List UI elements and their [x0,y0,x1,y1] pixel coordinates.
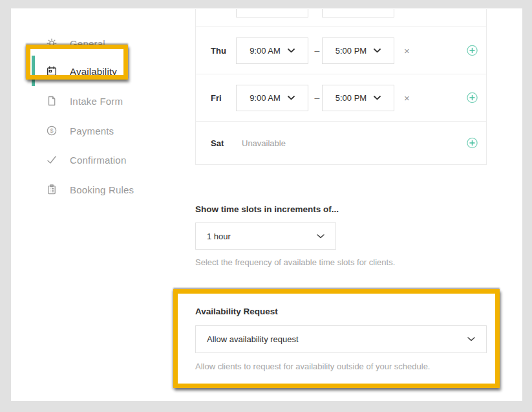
settings-page: General Availability [11,8,522,401]
start-time-select[interactable]: 9:00 AM [236,38,308,64]
sidebar-item-label: General [70,38,105,49]
active-item-accent-bar [32,56,35,86]
clipboard-icon [47,184,57,195]
dollar-icon: $ [47,125,57,136]
document-icon [47,96,57,106]
chevron-down-icon [317,234,325,239]
sidebar-item-label: Booking Rules [70,184,134,195]
schedule-row-sat: Sat Unavailable [196,122,486,165]
chevron-down-icon [467,337,475,342]
start-time-select[interactable] [236,9,308,17]
add-timeslot-button[interactable] [467,92,478,103]
start-time-select[interactable]: 9:00 AM [236,85,308,111]
end-time-select[interactable] [322,9,394,17]
increments-value: 1 hour [207,232,231,241]
schedule-row-fri: Fri 9:00 AM – 5:00 PM × [196,74,486,122]
sidebar-item-label: Intake Form [70,96,123,107]
schedule-row-partial [196,9,486,27]
end-time-select[interactable]: 5:00 PM [322,38,394,64]
sidebar-item-payments[interactable]: $ Payments [47,124,114,138]
end-time-value: 5:00 PM [335,46,367,56]
gear-icon [47,38,57,49]
screenshot-frame: General Availability [0,0,532,412]
remove-timeslot-button[interactable]: × [404,93,410,103]
day-label: Thu [211,46,226,56]
time-range-separator: – [312,45,322,56]
time-range-separator: – [312,92,322,103]
chevron-down-icon [374,96,381,100]
sidebar-item-label: Payments [70,125,114,136]
chevron-down-icon [288,49,295,53]
availability-request-select[interactable]: Allow availability request [195,325,487,353]
increments-select[interactable]: 1 hour [195,222,336,250]
calendar-icon [47,66,57,76]
start-time-value: 9:00 AM [250,46,281,56]
availability-request-value: Allow availability request [207,334,299,344]
end-time-select[interactable]: 5:00 PM [322,85,394,111]
remove-timeslot-button[interactable]: × [404,46,410,56]
availability-request-label: Availability Request [195,307,278,316]
chevron-down-icon [374,49,381,53]
day-label: Fri [211,93,222,103]
start-time-value: 9:00 AM [250,93,281,103]
availability-request-help-text: Allow clients to request for availabilit… [195,362,430,371]
sidebar-item-confirmation[interactable]: Confirmation [47,153,126,167]
schedule-row-thu: Thu 9:00 AM – 5:00 PM × [196,27,486,74]
increments-label: Show time slots in increments of... [195,204,339,214]
sidebar-item-booking-rules[interactable]: Booking Rules [47,182,134,197]
checkmark-icon [47,155,57,165]
increments-help-text: Select the frequency of available time s… [195,257,395,267]
end-time-value: 5:00 PM [335,93,367,103]
sidebar-item-label: Availability [70,66,117,77]
unavailable-label: Unavailable [242,138,286,148]
add-timeslot-button[interactable] [467,138,478,149]
weekly-schedule-table: Thu 9:00 AM – 5:00 PM × [195,9,487,165]
sidebar-item-label: Confirmation [70,155,126,166]
sidebar-item-availability[interactable]: Availability [47,64,117,78]
svg-text:$: $ [50,127,53,134]
day-label: Sat [211,138,224,148]
add-timeslot-button[interactable] [467,45,478,56]
sidebar-item-general[interactable]: General [47,36,105,50]
chevron-down-icon [288,96,295,100]
sidebar-item-intake-form[interactable]: Intake Form [47,94,123,108]
